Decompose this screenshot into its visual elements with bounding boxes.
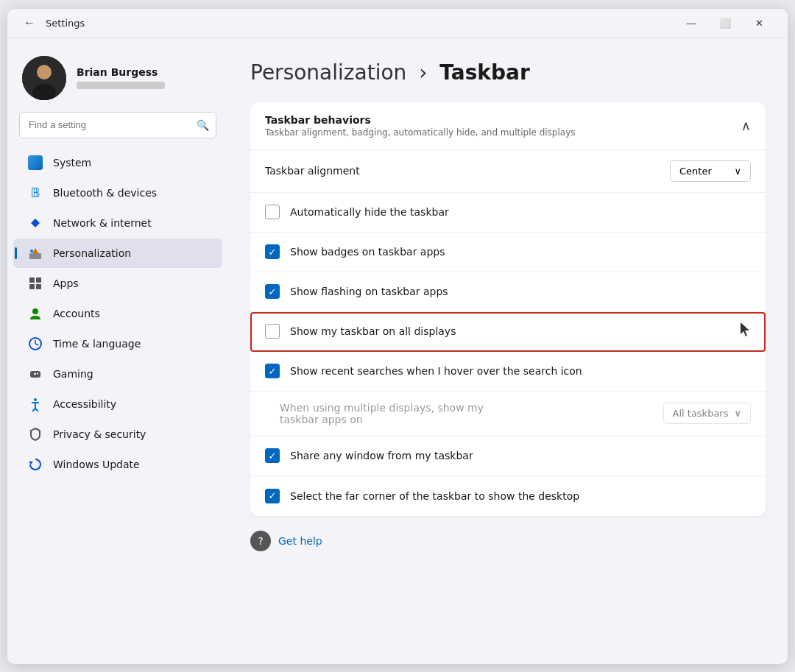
sidebar-item-bluetooth[interactable]: 𝔹 Bluetooth & devices	[13, 178, 222, 208]
show-flashing-row: Show flashing on taskbar apps	[250, 272, 766, 312]
nav-label-update: Windows Update	[53, 459, 140, 470]
all-displays-checkbox[interactable]	[265, 324, 280, 339]
user-email-blur	[77, 82, 165, 89]
bluetooth-icon: 𝔹	[28, 185, 43, 200]
far-corner-row: Select the far corner of the taskbar to …	[250, 476, 766, 516]
svg-rect-7	[29, 284, 35, 289]
collapse-icon: ∧	[741, 118, 751, 133]
nav-label-apps: Apps	[53, 277, 79, 289]
dropdown-chevron: ∨	[734, 166, 741, 177]
back-button[interactable]: ←	[19, 13, 40, 33]
nav-label-bluetooth: Bluetooth & devices	[53, 187, 157, 199]
sidebar-item-apps[interactable]: Apps	[13, 269, 222, 298]
nav-label-network: Network & internet	[53, 217, 152, 229]
card-section-subtitle: Taskbar alignment, badging, automaticall…	[265, 127, 741, 138]
personalization-icon	[28, 246, 43, 261]
sidebar-item-time[interactable]: Time & language	[13, 329, 222, 358]
card-section-title: Taskbar behaviors	[265, 114, 741, 126]
nav-label-accessibility: Accessibility	[53, 398, 116, 410]
sidebar-item-network[interactable]: Network & internet	[13, 208, 222, 238]
nav-label-privacy: Privacy & security	[53, 428, 146, 440]
settings-window: ← Settings — ⬜ ✕	[7, 9, 788, 664]
auto-hide-row: Automatically hide the taskbar	[250, 193, 766, 233]
nav-label-system: System	[53, 157, 91, 169]
all-displays-label: Show my taskbar on all displays	[290, 325, 735, 337]
show-badges-checkbox[interactable]	[265, 244, 280, 259]
multi-display-value: All taskbars	[673, 408, 729, 419]
window-title: Settings	[46, 18, 85, 29]
sidebar: Brian Burgess 🔍 System 𝔹	[7, 38, 228, 664]
far-corner-checkbox[interactable]	[265, 489, 280, 503]
content-area: Personalization › Taskbar Taskbar behavi…	[228, 38, 788, 664]
apps-icon	[28, 276, 43, 291]
recent-searches-label: Show recent searches when I hover over t…	[290, 365, 751, 377]
minimize-button[interactable]: —	[674, 11, 708, 35]
search-input[interactable]	[19, 112, 216, 138]
svg-point-4	[30, 250, 33, 252]
close-button[interactable]: ✕	[742, 11, 776, 35]
maximize-button[interactable]: ⬜	[708, 11, 742, 35]
svg-rect-8	[36, 284, 41, 289]
accessibility-icon	[28, 397, 43, 411]
nav-list: System 𝔹 Bluetooth & devices Network & i…	[7, 147, 228, 480]
get-help-icon: ?	[250, 531, 271, 551]
get-help-link[interactable]: Get help	[278, 535, 322, 547]
taskbar-alignment-row: Taskbar alignment Center ∨	[250, 150, 766, 193]
svg-point-16	[37, 372, 38, 374]
svg-rect-6	[36, 277, 41, 283]
sidebar-item-privacy[interactable]: Privacy & security	[13, 420, 222, 449]
share-taskbar-label: Share any window from my taskbar	[290, 450, 751, 461]
avatar	[22, 56, 66, 100]
search-box: 🔍	[19, 112, 216, 138]
main-layout: Brian Burgess 🔍 System 𝔹	[7, 38, 788, 664]
recent-searches-row: Show recent searches when I hover over t…	[250, 352, 766, 392]
auto-hide-label: Automatically hide the taskbar	[290, 206, 751, 218]
multi-display-dropdown[interactable]: All taskbars ∨	[663, 403, 751, 424]
far-corner-label: Select the far corner of the taskbar to …	[290, 490, 751, 502]
taskbar-behaviors-card: Taskbar behaviors Taskbar alignment, bad…	[250, 102, 766, 516]
card-header[interactable]: Taskbar behaviors Taskbar alignment, bad…	[250, 102, 766, 150]
window-controls: — ⬜ ✕	[674, 11, 776, 35]
sidebar-item-accessibility[interactable]: Accessibility	[13, 389, 222, 419]
card-header-info: Taskbar behaviors Taskbar alignment, bad…	[265, 114, 741, 138]
nav-label-accounts: Accounts	[53, 308, 100, 319]
update-icon	[28, 457, 43, 472]
sidebar-item-gaming[interactable]: Gaming	[13, 359, 222, 389]
titlebar: ← Settings — ⬜ ✕	[7, 9, 788, 38]
show-badges-row: Show badges on taskbar apps	[250, 233, 766, 272]
show-flashing-label: Show flashing on taskbar apps	[290, 286, 751, 297]
breadcrumb-current: Taskbar	[439, 60, 529, 85]
share-taskbar-row: Share any window from my taskbar	[250, 436, 766, 476]
share-taskbar-checkbox[interactable]	[265, 448, 280, 463]
svg-point-9	[32, 308, 38, 314]
auto-hide-checkbox[interactable]	[265, 205, 280, 219]
nav-label-gaming: Gaming	[53, 368, 93, 380]
svg-rect-3	[29, 253, 41, 259]
sidebar-item-system[interactable]: System	[13, 148, 222, 177]
taskbar-alignment-label: Taskbar alignment	[265, 165, 360, 177]
breadcrumb-separator: ›	[419, 60, 427, 85]
sidebar-item-personalization[interactable]: Personalization	[13, 238, 222, 268]
sidebar-item-accounts[interactable]: Accounts	[13, 299, 222, 328]
show-flashing-checkbox[interactable]	[265, 284, 280, 299]
svg-point-17	[34, 398, 37, 401]
alignment-value: Center	[679, 166, 712, 177]
search-icon: 🔍	[197, 119, 209, 131]
mouse-cursor	[741, 322, 751, 340]
get-help-row: ? Get help	[250, 516, 766, 559]
svg-line-12	[35, 344, 38, 345]
recent-searches-checkbox[interactable]	[265, 364, 280, 378]
user-name: Brian Burgess	[77, 66, 213, 78]
user-info: Brian Burgess	[77, 66, 213, 89]
svg-marker-18	[29, 461, 33, 464]
nav-label-time: Time & language	[53, 338, 141, 350]
user-profile: Brian Burgess	[7, 50, 228, 112]
privacy-icon	[28, 427, 43, 442]
time-icon	[28, 336, 43, 351]
page-header: Personalization › Taskbar	[250, 60, 766, 85]
all-displays-row: Show my taskbar on all displays	[250, 312, 766, 352]
alignment-dropdown[interactable]: Center ∨	[670, 160, 751, 182]
sidebar-item-update[interactable]: Windows Update	[13, 450, 222, 479]
multi-display-label: When using multiple displays, show my ta…	[280, 402, 501, 425]
system-icon	[28, 155, 43, 170]
